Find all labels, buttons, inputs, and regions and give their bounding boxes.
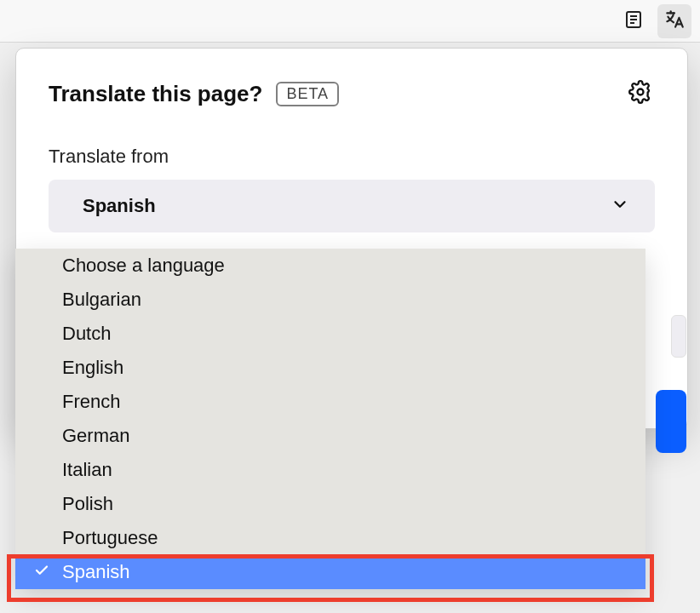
translate-icon (663, 9, 686, 34)
language-option-label: Italian (62, 459, 112, 481)
gear-icon (628, 80, 652, 107)
check-icon (34, 561, 49, 583)
language-option-label: Bulgarian (62, 289, 141, 311)
browser-toolbar (0, 0, 700, 43)
language-option[interactable]: English (15, 351, 645, 385)
settings-button[interactable] (626, 79, 655, 108)
language-option[interactable]: German (15, 419, 645, 453)
translate-from-value: Spanish (83, 195, 156, 217)
translate-from-select[interactable]: Spanish (49, 180, 655, 232)
chevron-down-icon (611, 195, 629, 217)
reader-mode-icon (623, 9, 644, 33)
language-option[interactable]: Dutch (15, 317, 645, 351)
svg-point-4 (638, 89, 644, 95)
language-option-label: Dutch (62, 323, 111, 345)
reader-mode-button[interactable] (617, 4, 651, 38)
language-option[interactable]: Portuguese (15, 521, 645, 555)
translate-from-label: Translate from (49, 146, 655, 168)
language-option-label: Polish (62, 493, 113, 515)
language-option[interactable]: Italian (15, 453, 645, 487)
language-option-label: English (62, 357, 123, 379)
panel-header: Translate this page? BETA (49, 79, 655, 108)
dropdown-placeholder: Choose a language (15, 249, 645, 283)
language-option[interactable]: Spanish (15, 555, 645, 589)
language-option-label: French (62, 391, 120, 413)
translate-button-primary[interactable] (656, 390, 686, 453)
language-option-label: Portuguese (62, 527, 158, 549)
language-option[interactable]: Bulgarian (15, 283, 645, 317)
panel-header-left: Translate this page? BETA (49, 81, 339, 107)
language-dropdown: Choose a language BulgarianDutchEnglishF… (15, 249, 645, 589)
translate-button[interactable] (657, 4, 691, 38)
language-option[interactable]: French (15, 385, 645, 419)
panel-title: Translate this page? (49, 81, 262, 107)
language-option-label: Spanish (62, 561, 130, 583)
language-option-label: German (62, 425, 129, 447)
translate-to-select-edge[interactable] (671, 315, 686, 358)
beta-badge: BETA (276, 82, 339, 106)
language-option[interactable]: Polish (15, 487, 645, 521)
